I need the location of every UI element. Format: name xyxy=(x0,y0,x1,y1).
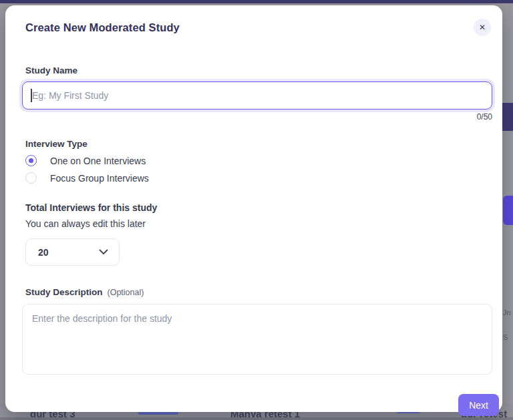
close-icon: ✕ xyxy=(479,23,486,32)
total-interviews-label: Total Interviews for this study xyxy=(25,202,492,213)
study-name-label: Study Name xyxy=(25,65,492,75)
total-interviews-helper: You can always edit this later xyxy=(25,218,492,229)
modal-footer: Next xyxy=(22,394,499,416)
modal-header: Create New Moderated Study ✕ xyxy=(22,19,492,36)
modal-title: Create New Moderated Study xyxy=(22,19,180,34)
background-button-fragment xyxy=(503,196,513,225)
text-caret xyxy=(31,89,32,102)
description-textarea[interactable] xyxy=(22,304,492,375)
background-page-header-bar xyxy=(0,0,513,3)
radio-dot xyxy=(29,158,33,163)
study-name-input[interactable] xyxy=(22,81,492,110)
chevron-down-icon xyxy=(99,249,108,255)
char-counter: 0/50 xyxy=(22,112,492,122)
close-button[interactable]: ✕ xyxy=(474,19,491,36)
select-value: 20 xyxy=(38,247,49,258)
background-row-divider xyxy=(0,417,513,420)
radio-option-focus-group[interactable]: Focus Group Interviews xyxy=(25,172,492,184)
background-badge-fragment xyxy=(502,103,513,131)
description-optional-tag: (Optional) xyxy=(108,288,144,297)
background-text-fragment: Jn xyxy=(503,308,511,317)
radio-selected-icon[interactable] xyxy=(25,155,37,166)
radio-option-label: One on One Interviews xyxy=(50,156,146,166)
background-text-fragment: S xyxy=(503,333,508,341)
description-label: Study Description xyxy=(25,287,103,297)
radio-option-one-on-one[interactable]: One on One Interviews xyxy=(25,155,492,166)
radio-unselected-icon[interactable] xyxy=(25,172,37,184)
description-label-row: Study Description (Optional) xyxy=(25,287,492,297)
total-interviews-select[interactable]: 20 xyxy=(25,238,120,266)
interview-type-label: Interview Type xyxy=(25,139,492,149)
create-study-modal: Create New Moderated Study ✕ Study Name … xyxy=(5,5,502,412)
radio-option-label: Focus Group Interviews xyxy=(50,173,149,184)
study-name-input-wrap xyxy=(22,81,492,110)
next-button[interactable]: Next xyxy=(458,394,499,416)
